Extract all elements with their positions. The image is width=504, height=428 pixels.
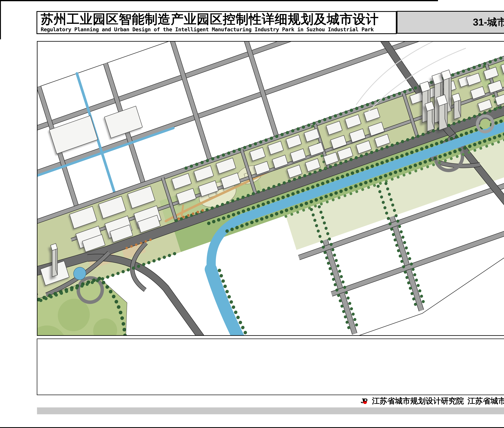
org-name-transport-center: 江苏省城市交通规划研究中心 xyxy=(468,396,504,405)
frame-top-line xyxy=(0,0,438,1)
footer-organizations: 江苏省城市规划设计研究院江苏省城市交通规划研究中心 xyxy=(372,397,504,405)
sheet-number-label: 31-城市设计三维鸟瞰图 xyxy=(473,16,504,29)
frame-bottom-line xyxy=(0,427,504,428)
footer-gray-bar xyxy=(37,407,504,414)
birdseye-rendering xyxy=(38,42,504,335)
title-block: 苏州工业园区智能制造产业园区控制性详细规划及城市设计 Regulatory Pl… xyxy=(36,11,397,34)
jsupdi-logo: JP xyxy=(361,398,370,405)
project-title-chinese: 苏州工业园区智能制造产业园区控制性详细规划及城市设计 xyxy=(41,13,396,26)
org-name-planning-institute: 江苏省城市规划设计研究院 xyxy=(372,396,464,405)
project-title-english: Regulatory Planning and Urban Design of … xyxy=(41,26,396,33)
sheet-number-box: 31-城市设计三维鸟瞰图 xyxy=(397,11,504,34)
frame-left-line xyxy=(0,0,1,39)
rendering-panel xyxy=(37,41,504,336)
notes-panel xyxy=(37,338,504,395)
